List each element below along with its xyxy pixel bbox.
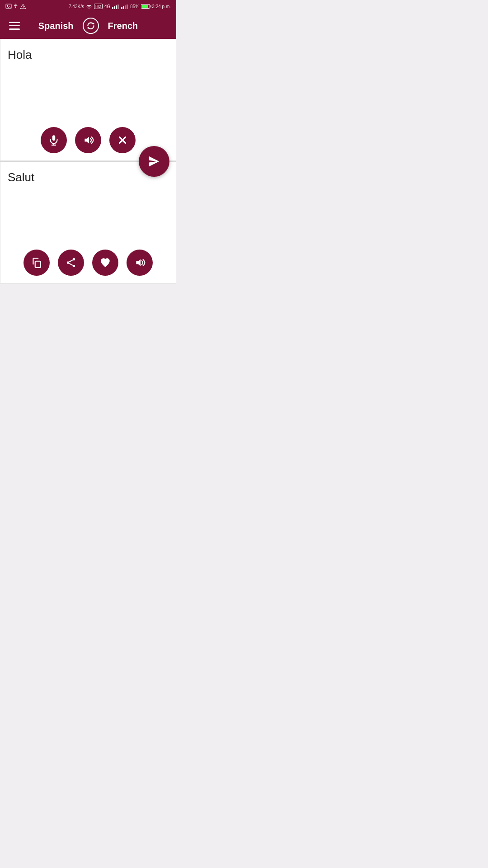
speaker-output-icon <box>134 257 145 269</box>
wifi-icon <box>86 4 92 9</box>
svg-point-21 <box>73 265 75 267</box>
input-text[interactable]: Hola <box>0 39 176 122</box>
battery-icon <box>141 4 150 9</box>
input-panel: Hola <box>0 39 176 161</box>
send-icon <box>147 155 161 168</box>
output-text-value: Salut <box>8 170 34 184</box>
share-icon <box>65 257 77 269</box>
svg-rect-5 <box>116 5 117 9</box>
clock: 3:24 p.m. <box>152 4 171 9</box>
bottom-area <box>0 283 176 374</box>
close-icon <box>117 134 128 146</box>
svg-marker-17 <box>149 156 160 167</box>
copy-icon <box>31 257 42 269</box>
favorite-button[interactable] <box>92 250 118 276</box>
svg-point-20 <box>67 261 69 264</box>
source-language[interactable]: Spanish <box>38 21 74 31</box>
target-language[interactable]: French <box>108 21 138 31</box>
translate-button-wrapper <box>139 146 169 177</box>
toolbar: Spanish French <box>0 13 176 39</box>
svg-text:!: ! <box>23 5 24 9</box>
svg-rect-6 <box>117 5 119 9</box>
menu-button[interactable] <box>9 22 20 30</box>
microphone-button[interactable] <box>41 127 67 153</box>
svg-rect-11 <box>52 135 56 141</box>
network-speed: 7.43K/s <box>69 4 84 9</box>
swap-languages-button[interactable] <box>83 18 99 34</box>
svg-rect-3 <box>112 7 113 9</box>
swap-icon <box>86 21 95 30</box>
status-right: 7.43K/s HD 4G 85% 3:24 p.m. <box>69 4 171 9</box>
image-icon <box>5 4 12 9</box>
speak-input-button[interactable] <box>75 127 101 153</box>
network-type: 4G <box>104 4 110 9</box>
status-bar: ! 7.43K/s HD 4G 85% 3:24 p.m. <box>0 0 176 13</box>
clear-button[interactable] <box>109 127 136 153</box>
usb-icon <box>14 3 18 9</box>
output-panel: Salut <box>0 161 176 283</box>
main-content: Hola <box>0 39 176 283</box>
svg-marker-24 <box>136 259 141 266</box>
svg-rect-10 <box>127 5 128 9</box>
signal-icon <box>112 4 119 9</box>
copy-button[interactable] <box>23 250 50 276</box>
svg-rect-8 <box>123 6 124 9</box>
svg-point-1 <box>7 5 8 6</box>
speak-output-button[interactable] <box>127 250 153 276</box>
svg-line-22 <box>69 260 73 262</box>
language-selector: Spanish French <box>38 18 138 34</box>
share-button[interactable] <box>58 250 84 276</box>
warning-icon: ! <box>20 4 26 9</box>
svg-rect-18 <box>35 261 41 268</box>
svg-rect-4 <box>114 6 115 9</box>
svg-line-23 <box>69 264 73 265</box>
svg-rect-0 <box>6 4 11 9</box>
status-left: ! <box>5 3 26 9</box>
svg-point-19 <box>73 258 75 260</box>
microphone-icon <box>48 134 60 146</box>
output-controls <box>0 244 176 283</box>
svg-marker-14 <box>84 137 89 143</box>
translate-button[interactable] <box>139 146 169 177</box>
svg-rect-9 <box>125 5 126 9</box>
heart-icon <box>99 257 111 269</box>
battery-percent: 85% <box>130 4 139 9</box>
svg-rect-7 <box>121 7 122 9</box>
hd-badge: HD <box>94 4 103 9</box>
speaker-icon <box>82 134 94 146</box>
signal2-icon <box>121 4 128 9</box>
input-text-value: Hola <box>8 48 32 61</box>
